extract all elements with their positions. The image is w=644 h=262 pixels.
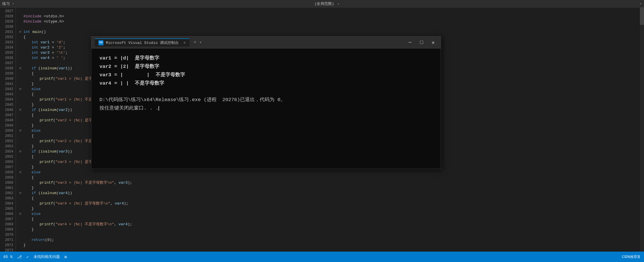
console-line-4: var4 = | | 不是字母数字 [99,79,433,88]
tab-dropdown-button[interactable]: ▾ [198,40,203,45]
code-line-2070 [19,232,644,237]
status-check-icon: ✓ [26,254,29,259]
console-line-7: 按任意键关闭此窗口. . . [99,104,433,113]
console-line-6: D:\代码练习\练习\x64\Release\练习.exe (进程 20276)… [99,96,433,104]
code-line-2028: #include <stdio.h> [19,14,644,19]
code-line-2068: printf("var4 = |%c| 不是字母数字\n", var4); [19,222,644,227]
code-line-2031: ⊟ int main() [19,29,644,35]
code-line-2060: printf("var3 = |%c| 不是字母数字\n", var3); [19,180,644,185]
code-line-2064: printf("var4 = |%c| 是字母数字\n", var4); [19,201,644,206]
settings-icon[interactable]: ⚙ [64,254,67,259]
csdn-label: CSDN推荐算 [622,254,641,259]
console-line-2: var2 = |2| 是字母数字 [99,63,433,71]
scrollbar-thumb[interactable] [640,8,644,25]
zoom-level: 65 % [3,255,12,259]
console-output: var1 = |d| 是字母数字 var2 = |2| 是字母数字 var3 =… [91,49,441,169]
console-line-3: var3 = | | 不是字母数字 [99,71,433,79]
console-line-1: var1 = |d| 是字母数字 [99,54,433,63]
minimize-button[interactable]: ─ [406,38,414,47]
status-text: 未找到相关问题 [34,254,60,259]
code-line-2062: ⊟ if (isalnum(var4)) [19,191,644,196]
popup-title: Microsoft Visual Studio 调试控制台 [106,40,179,45]
code-line-2072: } [19,243,644,248]
close-button[interactable]: ✕ [429,38,437,47]
topbar: 练习 ▾ (全局范围) ▾ ▾ [0,0,644,8]
line-numbers: 2027 2028 2029 2030 2031 2032 2033 2034 … [0,8,16,252]
popup-tab[interactable]: VS Microsoft Visual Studio 调试控制台 ✕ [95,38,189,47]
topbar-left: 练习 ▾ [2,1,14,6]
code-line-2059: { [19,175,644,180]
filename-label: 练习 [2,1,10,6]
scope-label: (全局范围) ▾ [314,1,339,6]
code-line-2071: return(0); [19,237,644,243]
code-line-2061: } [19,185,644,191]
code-line-2063: { [19,196,644,201]
statusbar-right: CSDN推荐算 [622,254,641,259]
new-tab-button[interactable]: + [192,40,198,45]
popup-titlebar: VS Microsoft Visual Studio 调试控制台 ✕ + ▾ ─… [91,36,441,49]
debug-console-window: VS Microsoft Visual Studio 调试控制台 ✕ + ▾ ─… [91,36,441,169]
code-line-2066: ⊟ else [19,211,644,217]
console-line-5 [99,88,433,96]
code-line-2065: } [19,206,644,211]
right-scrollbar[interactable] [640,8,644,252]
topbar-arrow[interactable]: ▾ [12,2,14,5]
maximize-button[interactable]: □ [418,38,426,47]
popup-close-tab-icon[interactable]: ✕ [183,40,186,45]
code-line-2067: { [19,217,644,222]
topbar-right: ▾ [640,2,642,5]
code-line-2030 [19,24,644,29]
code-line-2029: #include <ctype.h> [19,19,644,24]
git-icon: ⎇ [17,254,22,259]
statusbar: 65 % ⎇ ✓ 未找到相关问题 ⚙ CSDN推荐算 [0,252,644,262]
code-line-2058: ⊟ else [19,170,644,175]
code-line-2073 [19,248,644,252]
code-line-2069: } [19,227,644,232]
code-line-2027 [19,9,644,14]
window-controls: ─ □ ✕ [406,38,437,47]
vs-icon: VS [98,40,104,45]
